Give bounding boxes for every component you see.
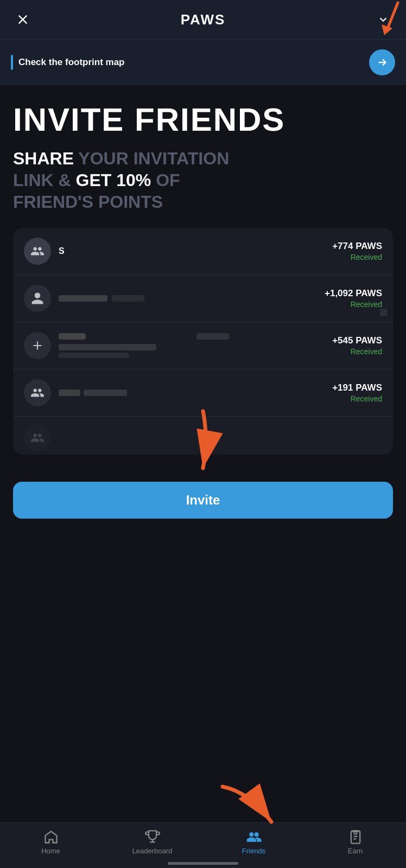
avatar <box>24 424 51 451</box>
points-status: Received <box>325 300 382 309</box>
subtitle-of: OF <box>151 170 180 190</box>
subtitle-share: SHARE <box>13 149 74 168</box>
points-value: +774 PAWS <box>332 241 382 252</box>
nav-label-friends: Friends <box>242 847 265 855</box>
friend-name: S <box>59 246 332 256</box>
points-value: +1,092 PAWS <box>325 288 382 299</box>
nav-item-friends[interactable]: Friends <box>203 829 304 855</box>
banner-arrow-button[interactable] <box>369 49 395 75</box>
bottom-nav: Home Leaderboard Friends <box>0 822 406 868</box>
nav-label-leaderboard: Leaderboard <box>132 847 173 855</box>
main-content: INVITE FRIENDS SHARE YOUR INVITATION LIN… <box>0 85 406 600</box>
app-title: PAWS <box>181 11 226 28</box>
banner-text: Check the footprint map <box>18 57 125 68</box>
avatar <box>24 238 51 265</box>
invite-title: INVITE FRIENDS <box>13 103 393 137</box>
subtitle-friends-points: FRIEND'S POINTS <box>13 192 163 212</box>
nav-label-earn: Earn <box>348 847 363 855</box>
points-status: Received <box>332 394 382 403</box>
chevron-down-icon[interactable] <box>373 10 393 29</box>
points-value: +545 PAWS <box>332 335 382 346</box>
points-status: Received <box>332 347 382 356</box>
friend-points: +191 PAWS Received <box>332 382 382 403</box>
subtitle-get10: GET 10% <box>76 170 151 190</box>
avatar <box>24 379 51 406</box>
nav-item-earn[interactable]: Earn <box>304 829 406 855</box>
close-button[interactable] <box>13 10 33 29</box>
friend-row: +545 PAWS Received <box>13 322 393 369</box>
friend-row: +191 PAWS Received <box>13 369 393 417</box>
home-indicator <box>168 862 238 865</box>
blurred-friend-info <box>59 333 332 358</box>
blurred-friend-info <box>59 390 332 396</box>
invite-subtitle: SHARE YOUR INVITATION LINK & GET 10% OF … <box>13 148 393 213</box>
nav-label-home: Home <box>41 847 60 855</box>
avatar <box>24 332 51 359</box>
friends-list-card: S +774 PAWS Received +1,092 PAWS <box>13 228 393 455</box>
avatar <box>24 285 51 312</box>
blurred-friend-info <box>59 295 325 302</box>
nav-item-home[interactable]: Home <box>0 829 101 855</box>
nav-item-leaderboard[interactable]: Leaderboard <box>101 829 203 855</box>
header: PAWS <box>0 0 406 39</box>
subtitle-link: LINK & <box>13 170 76 190</box>
banner-content: Check the footprint map <box>11 55 125 70</box>
invite-button[interactable]: Invite <box>13 482 393 519</box>
friend-points: +1,092 PAWS Received <box>325 288 382 309</box>
friend-points: +545 PAWS Received <box>332 335 382 356</box>
points-status: Received <box>332 253 382 261</box>
friend-row: +1,092 PAWS Received <box>13 275 393 322</box>
points-value: +191 PAWS <box>332 382 382 393</box>
friends-icon <box>246 829 262 845</box>
trophy-icon <box>145 829 160 845</box>
friend-info: S <box>59 246 332 256</box>
friend-points: +774 PAWS Received <box>332 241 382 261</box>
subtitle-your-invitation: YOUR INVITATION <box>74 149 229 168</box>
friend-row: S +774 PAWS Received <box>13 228 393 275</box>
friend-row-partial <box>13 417 393 455</box>
house-icon <box>43 829 59 845</box>
clipboard-icon <box>348 829 363 845</box>
banner: Check the footprint map <box>0 39 406 85</box>
banner-bar <box>11 55 13 70</box>
